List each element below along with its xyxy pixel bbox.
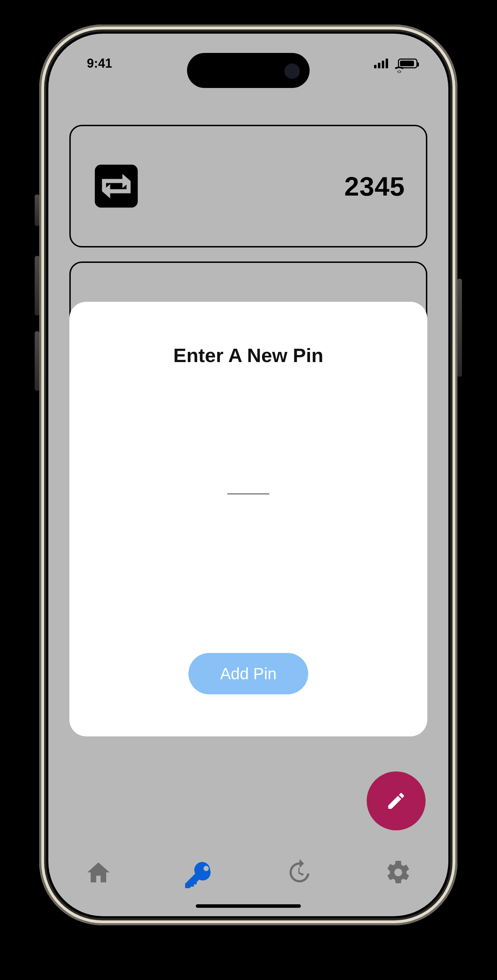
phone-volume-up: [35, 256, 40, 315]
phone-power-button: [457, 278, 462, 377]
pin-input[interactable]: [227, 468, 269, 495]
device-frame: 9:41: [39, 24, 457, 925]
phone-volume-down: [35, 331, 40, 391]
screen: 9:41: [48, 33, 448, 916]
enter-pin-dialog: Enter A New Pin Add Pin: [69, 302, 427, 737]
phone-silent-switch: [35, 194, 40, 226]
add-pin-button[interactable]: Add Pin: [189, 653, 308, 694]
dialog-title: Enter A New Pin: [173, 344, 323, 367]
